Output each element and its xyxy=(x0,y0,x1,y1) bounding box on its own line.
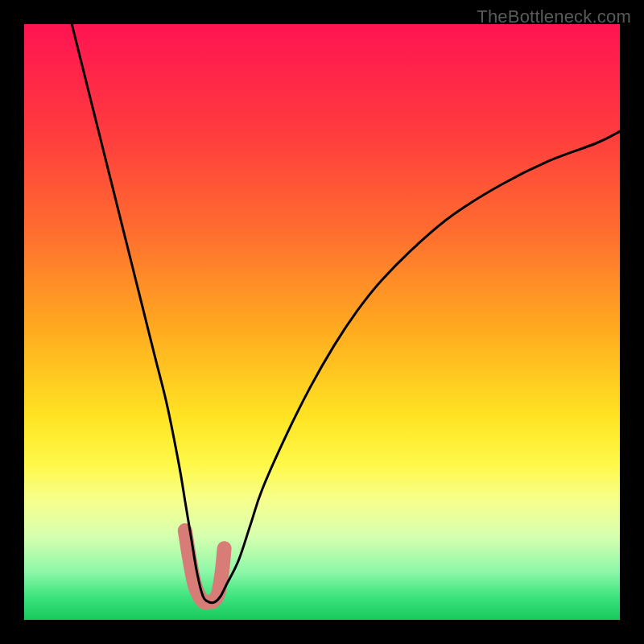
plot-area xyxy=(24,24,620,620)
chart-frame: TheBottleneck.com xyxy=(0,0,644,644)
watermark-text: TheBottleneck.com xyxy=(477,6,631,27)
chart-curves xyxy=(24,24,620,620)
bottleneck-curve xyxy=(72,24,620,603)
